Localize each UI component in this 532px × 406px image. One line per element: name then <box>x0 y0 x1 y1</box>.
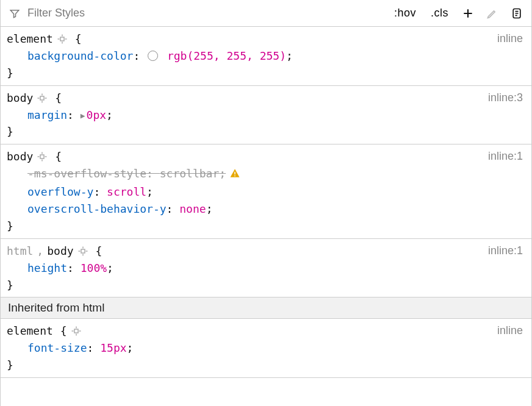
filter-icon[interactable] <box>7 5 23 21</box>
semicolon: ; <box>107 262 113 274</box>
open-brace: { <box>55 148 62 165</box>
close-brace: } <box>7 277 523 294</box>
selector-part[interactable]: body <box>47 243 73 260</box>
stylesheet-icon[interactable] <box>508 5 525 21</box>
css-value[interactable]: scroll <box>107 185 146 198</box>
color-swatch[interactable] <box>148 51 158 61</box>
rule-source-link[interactable]: inline <box>497 30 523 48</box>
rule-selector[interactable]: body { <box>7 90 523 107</box>
warning-icon <box>229 166 240 183</box>
open-brace: { <box>55 90 62 107</box>
css-value[interactable]: 0px <box>87 109 107 121</box>
semicolon: ; <box>286 49 293 62</box>
inherited-section-header: Inherited from html <box>1 297 531 319</box>
css-rule: inline:1html, body {height: 100%;} <box>1 239 531 298</box>
css-rule: inline:1body {-ms-overflow-style: scroll… <box>1 144 531 238</box>
svg-rect-6 <box>81 249 85 253</box>
colon: : <box>133 49 146 62</box>
css-declaration[interactable]: overflow-y: scroll; <box>7 183 523 201</box>
css-property[interactable]: overflow-y <box>27 185 93 198</box>
highlight-selector-icon[interactable] <box>77 246 88 257</box>
svg-rect-2 <box>40 96 44 100</box>
css-value[interactable]: 15px <box>100 341 126 354</box>
css-value[interactable]: 100% <box>81 262 107 274</box>
svg-rect-7 <box>74 329 78 333</box>
styles-toolbar: :hov .cls <box>1 0 531 27</box>
css-property[interactable]: overscroll-behavior-y <box>27 202 167 215</box>
expand-shorthand-icon[interactable]: ▶ <box>81 110 85 122</box>
semicolon: ; <box>219 167 226 180</box>
open-brace: { <box>96 243 102 260</box>
close-brace: } <box>7 123 523 140</box>
rules-list[interactable]: inlineelement {background-color: rgb(255… <box>1 27 531 406</box>
css-property[interactable]: font-size <box>27 341 87 354</box>
highlight-selector-icon[interactable] <box>71 326 82 337</box>
cls-toggle[interactable]: .cls <box>427 7 452 20</box>
svg-rect-5 <box>234 176 235 177</box>
colon: : <box>87 341 101 354</box>
svg-rect-1 <box>60 37 64 41</box>
rule-source-link[interactable]: inline:3 <box>488 90 523 107</box>
filter-wrap <box>7 5 387 21</box>
css-declaration[interactable]: overscroll-behavior-y: none; <box>7 201 523 218</box>
css-rule: inline:3body {margin: ▶0px;} <box>1 86 531 145</box>
close-brace: } <box>7 218 523 235</box>
toolbar-right: :hov .cls <box>390 5 525 21</box>
rule-source-link[interactable]: inline <box>497 322 523 340</box>
css-value[interactable]: rgb(255, 255, 255) <box>167 49 286 62</box>
colon: : <box>67 109 81 121</box>
css-property[interactable]: background-color <box>27 49 133 62</box>
selector-part[interactable]: html <box>7 243 33 260</box>
colon: : <box>67 262 81 274</box>
rule-source-link[interactable]: inline:1 <box>488 148 523 165</box>
svg-rect-4 <box>234 172 235 175</box>
hov-toggle[interactable]: :hov <box>390 7 420 20</box>
semicolon: ; <box>146 185 153 198</box>
css-rule: inlineelement{ font-size: 15px;} <box>1 319 531 378</box>
css-declaration[interactable]: -ms-overflow-style: scrollbar; <box>7 165 523 183</box>
colon: : <box>93 185 107 198</box>
color-picker-icon[interactable] <box>484 5 501 21</box>
css-declaration[interactable]: font-size: 15px; <box>7 340 523 357</box>
colon: : <box>167 202 180 215</box>
css-rules-panel: :hov .cls inlineelement {background-colo… <box>0 0 532 406</box>
css-property[interactable]: margin <box>27 109 67 121</box>
rule-selector[interactable]: element{ <box>7 322 523 340</box>
selector-comma: , <box>37 243 43 260</box>
close-brace: } <box>7 357 523 374</box>
semicolon: ; <box>206 202 213 215</box>
selector-part[interactable]: body <box>7 90 33 107</box>
css-value[interactable]: none <box>179 202 206 215</box>
css-rule: inlineelement {background-color: rgb(255… <box>1 27 531 86</box>
highlight-selector-icon[interactable] <box>37 93 48 104</box>
semicolon: ; <box>106 109 113 121</box>
colon: : <box>146 167 160 180</box>
rule-selector[interactable]: body { <box>7 148 523 165</box>
selector-part[interactable]: element <box>7 322 53 340</box>
rule-source-link[interactable]: inline:1 <box>488 243 523 260</box>
css-declaration[interactable]: margin: ▶0px; <box>7 107 523 124</box>
semicolon: ; <box>127 341 134 354</box>
svg-rect-3 <box>40 155 44 158</box>
open-brace: { <box>60 322 67 340</box>
highlight-selector-icon[interactable] <box>37 151 48 162</box>
add-rule-button[interactable] <box>459 5 476 21</box>
filter-styles-input[interactable] <box>27 7 149 20</box>
selector-part[interactable]: body <box>7 148 33 165</box>
rule-selector[interactable]: element { <box>7 30 523 48</box>
highlight-selector-icon[interactable] <box>57 34 68 45</box>
css-property[interactable]: -ms-overflow-style <box>27 167 146 180</box>
css-property[interactable]: height <box>27 262 67 274</box>
close-brace: } <box>7 65 523 82</box>
open-brace: { <box>75 30 82 48</box>
rule-selector[interactable]: html, body { <box>7 243 523 260</box>
css-declaration[interactable]: background-color: rgb(255, 255, 255); <box>7 48 523 65</box>
selector-part[interactable]: element <box>7 30 53 48</box>
css-declaration[interactable]: height: 100%; <box>7 260 523 277</box>
css-value[interactable]: scrollbar <box>160 167 220 180</box>
